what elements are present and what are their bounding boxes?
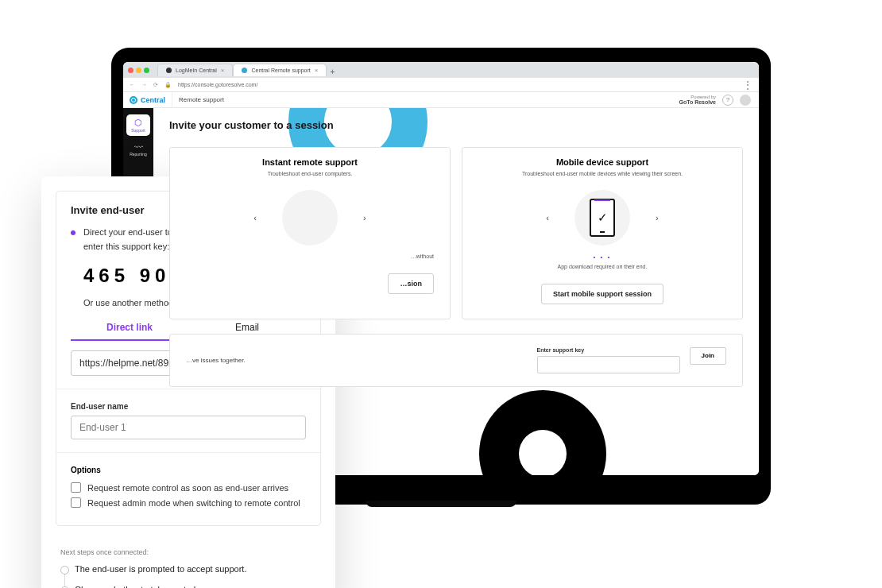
card-subtitle: Troubleshoot end-user computers. [186,170,434,179]
favicon-icon [166,68,172,73]
favicon-icon [242,68,247,73]
card-title: Mobile device support [478,157,726,167]
decorative-donut-icon [479,390,606,475]
window-controls[interactable] [128,68,149,73]
brand-subtitle: Remote support [172,96,224,103]
card-mobile-support: Mobile device support Troubleshoot end-u… [462,147,743,319]
browser-tabstrip: LogMeIn Central × Central Remote support… [123,62,759,78]
back-icon[interactable]: ← [130,82,135,87]
truncated-hint: …without [186,253,434,259]
sidebar-item-support[interactable]: ⬡ Support [126,114,150,136]
lock-icon: 🔒 [164,82,172,88]
preview-placeholder [282,190,338,246]
option-remote-control[interactable]: Request remote control as soon as end-us… [71,482,306,493]
checkbox-icon [71,482,81,493]
end-user-name-input[interactable] [71,416,306,439]
close-icon[interactable]: × [221,67,225,74]
join-button[interactable]: Join [690,347,726,365]
card-instant-support: Instant remote support Troubleshoot end-… [169,147,451,319]
powered-by: Powered by GoTo Resolve [679,95,716,105]
browser-tab-1[interactable]: Central Remote support × [233,64,327,76]
url-field[interactable]: https://console.gotoresolve.com/ [178,82,257,87]
start-mobile-button[interactable]: Start mobile support session [541,284,663,304]
tab-label: Central Remote support [251,68,310,73]
brand-name: Central [141,96,165,104]
app-bar: Central Remote support Powered by GoTo R… [123,92,759,108]
support-key-label: Enter support key [537,347,680,353]
support-key-input[interactable] [537,356,680,373]
browser-addressbar: ← → ⟳ 🔒 https://console.gotoresolve.com/… [123,78,759,92]
attach-text: …ve issues together. [186,357,513,364]
end-user-name-label: End-user name [71,402,306,411]
options-title: Options [71,466,306,474]
option-admin-mode[interactable]: Request admin mode when switching to rem… [71,497,306,508]
step-1: The end-user is prompted to accept suppo… [59,561,321,582]
new-tab-button[interactable]: + [327,68,338,76]
chevron-left-icon[interactable]: ‹ [543,210,552,226]
steps-heading: Next steps once connected: [60,548,321,556]
start-instant-button[interactable]: …sion [388,273,434,294]
reload-icon[interactable]: ⟳ [153,82,158,88]
card-hint: App download required on their end. [478,264,726,269]
menu-icon[interactable]: ⋮ [743,80,752,90]
avatar[interactable] [740,95,751,106]
chevron-left-icon[interactable]: ‹ [250,210,260,226]
page-title: Invite your customer to a session [153,108,759,131]
preview-placeholder: ✓ [574,190,630,246]
forward-icon[interactable]: → [141,82,147,87]
pager-dots-icon: • • • [478,253,726,261]
next-steps: Next steps once connected: The end-user … [41,540,335,588]
card-subtitle: Troubleshoot end-user mobile devices whi… [478,170,726,179]
reporting-icon: 〰 [126,142,150,152]
attach-session-panel: …ve issues together. Enter support key J… [169,334,743,387]
card-title: Instant remote support [186,157,434,167]
brand[interactable]: Central [123,92,172,107]
step-2: Choose whether to take control. [59,582,321,588]
sidebar-item-reporting[interactable]: 〰 Reporting [126,139,150,160]
support-icon: ⬡ [126,118,150,128]
chevron-right-icon[interactable]: › [360,210,369,226]
chevron-right-icon[interactable]: › [652,210,662,226]
browser-tab-0[interactable]: LogMeIn Central × [157,64,233,76]
bullet-icon [71,230,75,235]
checkbox-icon [71,497,81,508]
tab-label: LogMeIn Central [176,68,217,73]
brand-logo-icon [130,96,137,104]
close-icon[interactable]: × [315,67,319,74]
help-icon[interactable]: ? [722,95,733,106]
phone-icon: ✓ [590,199,615,237]
